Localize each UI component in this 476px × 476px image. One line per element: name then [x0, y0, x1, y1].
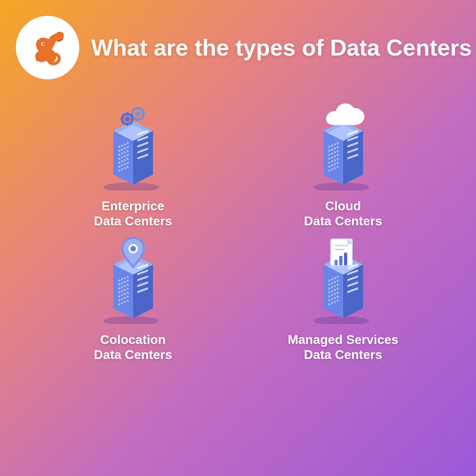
svg-point-177 — [336, 296, 338, 298]
cards-grid: Enterprice Data Centers — [40, 103, 436, 363]
svg-point-108 — [121, 278, 123, 280]
card-colocation: Colocation Data Centers — [40, 237, 226, 363]
svg-rect-18 — [120, 118, 124, 120]
header: What are the types of Data Centers — [0, 16, 472, 79]
svg-point-180 — [334, 301, 336, 303]
enterprise-label: Enterprice Data Centers — [94, 198, 172, 229]
svg-point-158 — [328, 283, 330, 285]
svg-point-126 — [126, 292, 128, 294]
svg-point-38 — [121, 153, 123, 155]
svg-point-36 — [126, 146, 128, 148]
svg-point-181 — [336, 299, 338, 301]
svg-rect-6 — [137, 107, 139, 110]
svg-point-94 — [336, 166, 338, 168]
svg-point-102 — [103, 316, 159, 324]
svg-point-162 — [328, 287, 330, 289]
svg-point-168 — [334, 289, 336, 291]
svg-point-178 — [328, 303, 330, 305]
svg-point-1 — [42, 43, 44, 45]
svg-point-46 — [121, 161, 123, 163]
svg-point-75 — [328, 154, 330, 156]
svg-point-24 — [103, 182, 159, 190]
svg-point-39 — [124, 152, 126, 154]
svg-point-133 — [124, 301, 126, 303]
svg-point-118 — [126, 284, 128, 286]
svg-point-80 — [331, 157, 333, 159]
svg-point-159 — [331, 282, 333, 284]
svg-point-134 — [126, 299, 128, 301]
svg-point-42 — [121, 157, 123, 159]
svg-point-76 — [331, 153, 333, 155]
svg-point-119 — [118, 291, 120, 293]
svg-point-73 — [334, 148, 336, 150]
svg-point-33 — [118, 150, 120, 152]
svg-point-32 — [126, 142, 128, 144]
svg-point-175 — [331, 298, 333, 300]
svg-point-52 — [126, 162, 128, 164]
svg-point-172 — [334, 293, 336, 295]
svg-point-121 — [124, 289, 126, 291]
svg-rect-145 — [339, 256, 342, 265]
svg-point-117 — [124, 285, 126, 287]
svg-point-160 — [334, 281, 336, 283]
svg-rect-7 — [137, 118, 139, 121]
svg-point-101 — [130, 246, 136, 251]
svg-point-82 — [336, 154, 338, 156]
svg-point-110 — [126, 276, 128, 278]
svg-point-34 — [121, 149, 123, 151]
svg-point-3 — [50, 59, 55, 62]
svg-point-71 — [328, 150, 330, 152]
svg-point-62 — [314, 182, 369, 190]
svg-point-35 — [124, 148, 126, 150]
svg-point-88 — [331, 165, 333, 167]
svg-point-109 — [124, 277, 126, 279]
colocation-icon-wrap — [90, 237, 177, 328]
svg-point-50 — [121, 165, 123, 167]
svg-point-70 — [336, 142, 338, 144]
svg-point-53 — [118, 170, 120, 172]
svg-point-84 — [331, 161, 333, 163]
svg-rect-144 — [335, 260, 338, 265]
svg-point-114 — [126, 280, 128, 282]
svg-point-120 — [121, 290, 123, 292]
svg-point-40 — [126, 150, 128, 152]
svg-point-155 — [331, 278, 333, 280]
svg-point-112 — [121, 282, 123, 284]
cloud-label: Cloud Data Centers — [304, 198, 382, 229]
svg-point-2 — [36, 58, 42, 61]
svg-rect-146 — [344, 253, 347, 265]
svg-point-67 — [328, 146, 330, 148]
svg-point-69 — [334, 144, 336, 146]
svg-rect-142 — [335, 245, 348, 246]
svg-point-154 — [328, 279, 330, 281]
svg-rect-16 — [126, 112, 128, 115]
svg-point-129 — [124, 297, 126, 299]
managed-label: Managed Services Data Centers — [288, 332, 398, 363]
svg-point-37 — [118, 154, 120, 156]
svg-point-77 — [334, 152, 336, 154]
page-title: What are the types of Data Centers — [91, 35, 472, 61]
svg-point-31 — [124, 144, 126, 146]
svg-point-54 — [121, 169, 123, 171]
svg-point-169 — [336, 288, 338, 290]
svg-point-68 — [331, 145, 333, 147]
svg-rect-9 — [142, 113, 145, 115]
svg-point-83 — [328, 162, 330, 164]
svg-point-128 — [121, 298, 123, 300]
colocation-label: Colocation Data Centers — [94, 332, 172, 363]
svg-rect-17 — [126, 123, 128, 126]
svg-point-15 — [124, 116, 130, 122]
svg-point-125 — [124, 293, 126, 295]
svg-point-170 — [328, 295, 330, 297]
svg-point-116 — [121, 286, 123, 288]
svg-point-173 — [336, 292, 338, 294]
svg-point-86 — [336, 158, 338, 160]
gear-icon — [117, 103, 149, 135]
svg-point-55 — [124, 167, 126, 169]
svg-point-74 — [336, 146, 338, 148]
background: What are the types of Data Centers — [0, 0, 476, 476]
svg-point-127 — [118, 299, 120, 301]
svg-point-163 — [331, 286, 333, 288]
svg-point-107 — [118, 279, 120, 281]
svg-point-29 — [118, 146, 120, 148]
